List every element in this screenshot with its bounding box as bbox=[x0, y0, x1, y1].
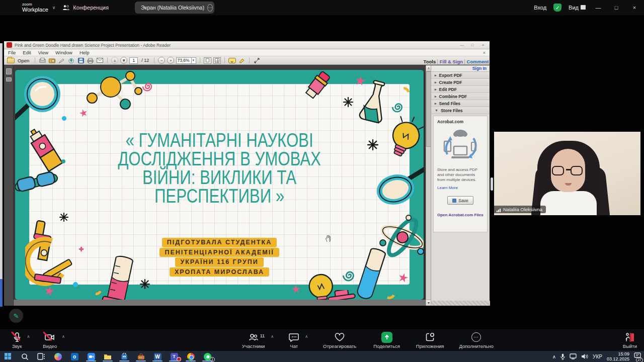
panel-item-send-files[interactable]: ▸Send Files bbox=[431, 100, 490, 107]
word-icon[interactable]: W bbox=[151, 351, 164, 361]
tray-speaker-icon[interactable] bbox=[581, 353, 588, 359]
adobe-title-bar[interactable]: Pink and Green Doodle Hand drawn Science… bbox=[4, 41, 490, 49]
whatsapp-icon[interactable]: 1 bbox=[201, 351, 213, 361]
toolbar-close-icon[interactable]: × bbox=[483, 50, 486, 55]
learn-more-link[interactable]: Learn More bbox=[437, 186, 484, 190]
file-explorer-icon[interactable] bbox=[102, 351, 114, 361]
apps-button[interactable]: Приложения bbox=[416, 329, 444, 349]
start-button[interactable] bbox=[2, 351, 14, 361]
tab-more-icon[interactable]: ⋯ bbox=[207, 4, 213, 12]
fullscreen-icon[interactable] bbox=[253, 57, 261, 64]
annotate-pencil-button[interactable]: ✎ bbox=[9, 309, 23, 323]
sign-in-button[interactable]: Вход bbox=[534, 5, 546, 11]
print-icon[interactable] bbox=[87, 57, 94, 64]
tray-mic-icon[interactable] bbox=[560, 353, 565, 360]
react-button[interactable]: Отреагировать bbox=[323, 329, 356, 349]
print-setup-icon[interactable] bbox=[39, 57, 46, 64]
taskbar-clock[interactable]: 15:09 03.12.2025 bbox=[607, 351, 629, 361]
panel-item-store-files[interactable]: ▼Store Files bbox=[431, 107, 490, 114]
audio-options-chevron[interactable]: ∧ bbox=[27, 334, 30, 339]
chat-button[interactable]: Чат bbox=[289, 329, 299, 349]
adobe-maximize-icon[interactable]: □ bbox=[468, 43, 476, 47]
menu-edit[interactable]: Edit bbox=[23, 50, 31, 55]
convert-file-icon[interactable] bbox=[48, 57, 56, 64]
upload-cloud-icon[interactable] bbox=[67, 57, 75, 64]
goggles-doodle bbox=[15, 169, 61, 200]
tray-network-icon[interactable] bbox=[570, 353, 577, 359]
briefcase-icon[interactable] bbox=[135, 351, 147, 361]
single-page-view-icon[interactable] bbox=[204, 57, 211, 64]
highlight-pen-icon[interactable] bbox=[238, 57, 246, 64]
notification-badge: 27 bbox=[636, 357, 643, 362]
open-folder-icon[interactable] bbox=[7, 58, 15, 63]
tab-tools[interactable]: Tools bbox=[424, 59, 436, 64]
menu-view[interactable]: View bbox=[38, 50, 48, 55]
audio-button[interactable]: Звук bbox=[12, 329, 22, 349]
zoom-app-icon[interactable] bbox=[85, 351, 97, 361]
tab-comment[interactable]: Comment bbox=[467, 59, 489, 64]
page-number-input[interactable]: 1 bbox=[129, 57, 138, 64]
zoom-dropdown-icon[interactable]: ▾ bbox=[191, 58, 196, 63]
adobe-close-icon[interactable]: × bbox=[479, 43, 487, 47]
notification-center-button[interactable]: 27 bbox=[634, 352, 641, 361]
participants-chevron[interactable]: ∧ bbox=[271, 334, 274, 339]
maximize-button[interactable]: □ bbox=[611, 5, 622, 11]
tray-expand-chevron[interactable]: ∧ bbox=[552, 354, 556, 359]
zoom-level-select[interactable]: 73,6%▾ bbox=[176, 57, 196, 64]
leave-button[interactable]: Выйти bbox=[623, 329, 637, 349]
panel-item-create-pdf[interactable]: ▸Create PDF bbox=[431, 79, 490, 86]
teams-icon[interactable]: T bbox=[168, 351, 180, 361]
panel-item-edit-pdf[interactable]: ▸Edit PDF bbox=[431, 86, 490, 93]
chevron-down-icon[interactable]: ∨ bbox=[52, 5, 56, 10]
panel-item-export-pdf[interactable]: ▸Export PDF bbox=[431, 72, 490, 79]
minimize-button[interactable]: — bbox=[593, 5, 604, 11]
language-indicator[interactable]: УКР bbox=[593, 354, 602, 359]
chat-chevron[interactable]: ∧ bbox=[305, 334, 308, 339]
menu-window[interactable]: Window bbox=[55, 50, 72, 55]
email-icon[interactable] bbox=[96, 57, 104, 64]
sign-pen-icon[interactable] bbox=[58, 57, 65, 64]
pages-pane-icon[interactable] bbox=[6, 68, 12, 74]
next-page-icon[interactable]: ▼ bbox=[120, 57, 127, 64]
panel-item-combine-pdf[interactable]: ▸Combine PDF bbox=[431, 93, 490, 100]
microsoft-store-icon[interactable] bbox=[118, 351, 130, 361]
copilot-icon[interactable] bbox=[52, 351, 64, 361]
document-area[interactable]: « ГУМАНІТАРНІ НАУКОВІ ДОСЛІДЖЕННЯ В УМОВ… bbox=[14, 65, 426, 306]
vertical-scrollbar[interactable]: ∧ ▼ bbox=[426, 65, 431, 306]
comment-bubble-icon[interactable] bbox=[228, 58, 236, 63]
participant-video[interactable]: Nataliia Oleksiivna bbox=[494, 132, 640, 215]
outlook-icon[interactable]: o bbox=[68, 351, 80, 361]
share-screen-button[interactable]: Поделиться bbox=[373, 329, 399, 349]
close-button[interactable]: × bbox=[629, 5, 640, 11]
security-shield-icon[interactable]: ✓ bbox=[553, 4, 561, 12]
search-button[interactable] bbox=[19, 351, 31, 361]
menu-help[interactable]: Help bbox=[79, 50, 90, 55]
fit-page-view-icon[interactable] bbox=[213, 57, 221, 64]
zoom-out-icon[interactable]: − bbox=[158, 57, 165, 64]
tab-fill-sign[interactable]: Fill & Sign bbox=[440, 59, 463, 64]
menu-file[interactable]: File bbox=[8, 50, 16, 55]
video-options-chevron[interactable]: ∧ bbox=[62, 334, 65, 339]
chrome-icon[interactable] bbox=[185, 351, 197, 361]
shared-screen-tab[interactable]: Экран (Nataliia Oleksiivna) ⋯ bbox=[135, 2, 214, 14]
meeting-header-button[interactable]: Конференция bbox=[62, 5, 108, 11]
adobe-minimize-icon[interactable]: — bbox=[458, 43, 466, 47]
zoom-in-icon[interactable]: + bbox=[167, 57, 174, 64]
save-disk-icon[interactable] bbox=[77, 57, 85, 64]
view-button[interactable]: Вид bbox=[569, 5, 586, 11]
open-button-label[interactable]: Open bbox=[18, 58, 29, 63]
sign-in-link[interactable]: Sign In bbox=[431, 65, 490, 72]
task-view-button[interactable] bbox=[35, 351, 47, 361]
previous-page-icon[interactable]: ▲ bbox=[111, 57, 118, 64]
thumbnail-pane[interactable] bbox=[4, 65, 14, 306]
open-acrobat-files-link[interactable]: Open Acrobat.com Files bbox=[437, 213, 484, 217]
panel-grip[interactable] bbox=[491, 177, 493, 191]
attachments-pane-icon[interactable] bbox=[6, 77, 12, 81]
video-button[interactable]: Видео bbox=[43, 329, 57, 349]
participants-button[interactable]: 11 Участники bbox=[242, 329, 265, 349]
blue-dot-doodle bbox=[73, 282, 78, 287]
save-button[interactable]: Save bbox=[447, 196, 473, 205]
save-disk-icon bbox=[452, 199, 456, 203]
horizontal-scrollbar[interactable] bbox=[14, 300, 426, 306]
more-button[interactable]: ⋯ Дополнительно bbox=[459, 329, 493, 349]
